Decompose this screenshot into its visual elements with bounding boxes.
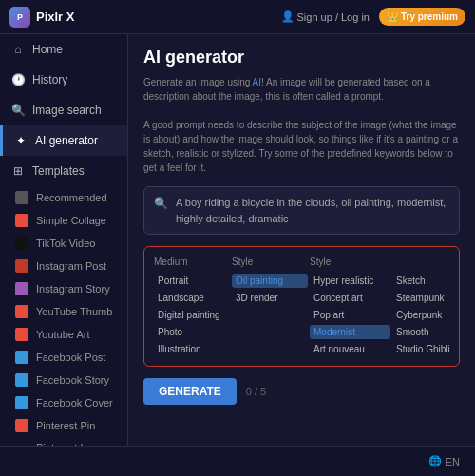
option-studio-ghibli[interactable]: Studio Ghibli — [392, 342, 473, 356]
language-selector[interactable]: 🌐 EN — [428, 455, 460, 467]
person-icon: 👤 — [281, 10, 294, 23]
style3-header — [392, 257, 473, 267]
crown-icon: 👑 — [387, 11, 398, 22]
option-concept-art[interactable]: Concept art — [310, 291, 390, 305]
sidebar-item-facebook-cover[interactable]: Facebook Cover — [0, 391, 127, 414]
options-grid: Medium Portrait Landscape Digital painti… — [143, 246, 460, 367]
globe-icon: 🌐 — [428, 455, 442, 467]
sidebar-item-simple-collage[interactable]: Simple Collage — [0, 209, 127, 232]
option-hyper-realistic[interactable]: Hyper realistic — [310, 274, 390, 288]
option-modernist[interactable]: Modernist — [310, 325, 390, 339]
templates-icon: ⊞ — [11, 164, 25, 178]
sidebar-item-home[interactable]: ⌂ Home — [0, 34, 127, 65]
prompt-value: A boy riding a bicycle in the clouds, oi… — [176, 195, 449, 226]
bottom-bar: GENERATE 0 / 5 — [143, 378, 460, 405]
signup-link[interactable]: 👤 Sign up / Log in — [281, 10, 370, 23]
search-icon: 🔍 — [11, 104, 25, 117]
medium-col: Medium Portrait Landscape Digital painti… — [154, 257, 230, 356]
ai-icon: ✦ — [14, 134, 28, 147]
youtube-thumb-icon — [15, 305, 28, 318]
option-oil-painting[interactable]: Oil painting — [232, 274, 308, 288]
option-pop-art[interactable]: Pop art — [310, 308, 390, 322]
topbar-left: P Pixlr X — [10, 7, 74, 28]
instagram-icon — [15, 259, 28, 273]
option-art-nouveau[interactable]: Art nouveau — [310, 342, 390, 356]
sidebar: ⌂ Home 🕐 History 🔍 Image search ✦ AI gen… — [0, 34, 128, 446]
content-area: AI generator Generate an image using AI!… — [128, 34, 475, 446]
sidebar-item-instagram-story[interactable]: Instagram Story — [0, 277, 127, 300]
instagram-story-icon — [15, 282, 28, 295]
generate-button[interactable]: GENERATE — [143, 378, 237, 405]
facebook-post-icon — [15, 351, 28, 364]
option-portrait[interactable]: Portrait — [154, 274, 230, 288]
style-col: Style Oil painting 3D render — [232, 257, 308, 356]
style2-header: Style — [310, 257, 390, 267]
option-sketch[interactable]: Sketch — [392, 274, 473, 288]
style3-col: Sketch Steampunk Cyberpunk Smooth Studio… — [392, 257, 473, 356]
sidebar-item-templates[interactable]: ⊞ Templates — [0, 156, 127, 186]
topbar: P Pixlr X 👤 Sign up / Log in 👑 Try premi… — [0, 0, 475, 34]
main-layout: ⌂ Home 🕐 History 🔍 Image search ✦ AI gen… — [0, 34, 475, 446]
sidebar-item-pinterest-pin[interactable]: Pinterest Pin — [0, 414, 127, 437]
prompt-box[interactable]: 🔍 A boy riding a bicycle in the clouds, … — [143, 186, 460, 235]
option-smooth[interactable]: Smooth — [392, 325, 473, 339]
language-label: EN — [446, 456, 460, 467]
sidebar-item-youtube-art[interactable]: Youtube Art — [0, 323, 127, 346]
logo-icon: P — [10, 7, 30, 28]
option-photo[interactable]: Photo — [154, 325, 230, 339]
generate-counter: 0 / 5 — [246, 386, 266, 397]
sidebar-item-pinterest-long[interactable]: Pinterest Long Pin — [0, 437, 127, 446]
pinterest-pin-icon — [15, 419, 28, 432]
topbar-right: 👤 Sign up / Log in 👑 Try premium — [281, 8, 466, 26]
page-title: AI generator — [143, 48, 460, 67]
style-header: Style — [232, 257, 308, 267]
sidebar-item-youtube-thumb[interactable]: YouTube Thumb — [0, 300, 127, 323]
sidebar-item-instagram-post[interactable]: Instagram Post — [0, 255, 127, 277]
option-steampunk[interactable]: Steampunk — [392, 291, 473, 305]
facebook-cover-icon — [15, 396, 28, 409]
history-icon: 🕐 — [11, 73, 25, 86]
option-illustration[interactable]: Illustration — [154, 342, 230, 356]
style2-col: Style Hyper realistic Concept art Pop ar… — [310, 257, 390, 356]
option-3d-render[interactable]: 3D render — [232, 291, 308, 305]
simple-collage-icon — [15, 214, 28, 227]
sidebar-item-facebook-post[interactable]: Facebook Post — [0, 346, 127, 369]
option-cyberpunk[interactable]: Cyberpunk — [392, 308, 473, 322]
logo-text: Pixlr X — [36, 10, 74, 24]
footer: 🌐 EN — [0, 446, 475, 476]
try-premium-button[interactable]: 👑 Try premium — [379, 8, 466, 26]
recommended-icon — [15, 191, 28, 204]
sidebar-item-tiktok-video[interactable]: TikTok Video — [0, 232, 127, 255]
sidebar-item-ai-generator[interactable]: ✦ AI generator — [0, 125, 127, 156]
home-icon: ⌂ — [11, 43, 25, 56]
youtube-art-icon — [15, 328, 28, 341]
option-landscape[interactable]: Landscape — [154, 291, 230, 305]
medium-header: Medium — [154, 257, 230, 267]
ai-highlight: AI — [253, 77, 261, 87]
page-description: Generate an image using AI! An image wil… — [143, 75, 460, 175]
tiktok-icon — [15, 237, 28, 250]
sidebar-item-facebook-story[interactable]: Facebook Story — [0, 369, 127, 391]
sidebar-item-image-search[interactable]: 🔍 Image search — [0, 95, 127, 125]
prompt-search-icon: 🔍 — [154, 197, 168, 210]
facebook-story-icon — [15, 373, 28, 387]
sidebar-item-history[interactable]: 🕐 History — [0, 65, 127, 95]
option-digital-painting[interactable]: Digital painting — [154, 308, 230, 322]
sidebar-item-recommended[interactable]: Recommended — [0, 186, 127, 209]
